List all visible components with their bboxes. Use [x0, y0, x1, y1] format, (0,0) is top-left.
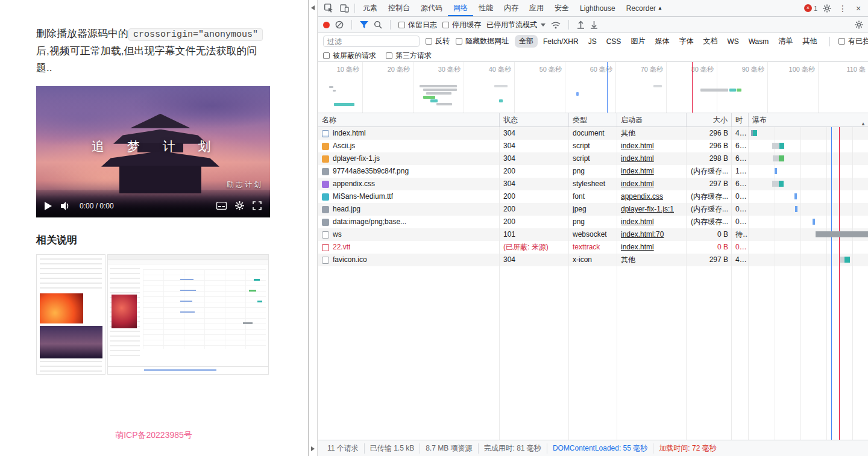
more-options-button[interactable]: ⋮ [837, 4, 849, 13]
devtools-settings-button[interactable] [821, 4, 833, 13]
tab-网络[interactable]: 网络 [448, 0, 473, 16]
cell-type: texttrack [569, 241, 617, 254]
initiator-link[interactable]: index.html [621, 154, 654, 163]
icp-footer-link[interactable]: 萌ICP备20223985号 [36, 430, 271, 441]
disable-cache-checkbox[interactable]: 停用缓存 [442, 20, 481, 30]
filter-chip-全部[interactable]: 全部 [515, 35, 538, 48]
filter-input[interactable] [323, 36, 420, 47]
tab-Lighthouse[interactable]: Lighthouse [574, 0, 621, 16]
header-name[interactable]: 名称 [318, 113, 500, 126]
filter-chip-Wasm[interactable]: Wasm [744, 36, 773, 47]
waterfall-gridline [852, 127, 853, 440]
cell-waterfall [749, 216, 868, 228]
table-row[interactable]: Ascii.js304scriptindex.html296 B6... [318, 140, 868, 152]
filter-chip-CSS[interactable]: CSS [602, 36, 626, 47]
table-row[interactable]: 22.vtt(已屏蔽: 来源)texttrackindex.html0 B0..… [318, 241, 868, 254]
third-party-checkbox[interactable]: 第三方请求 [386, 51, 432, 61]
cell-time: 待.. [732, 228, 749, 241]
initiator-link[interactable]: index.html:70 [621, 230, 664, 239]
table-row[interactable]: dplayer-fix-1.js304scriptindex.html298 B… [318, 152, 868, 165]
table-row[interactable]: MiSans-Medium.ttf200fontappendix.css(内存缓… [318, 190, 868, 203]
table-row[interactable]: index.html304document其他296 B4... [318, 127, 868, 140]
network-toolbar: 保留日志 停用缓存 已停用节流模式 [318, 17, 868, 33]
tab-应用[interactable]: 应用 [524, 0, 549, 16]
search-button[interactable] [374, 20, 382, 29]
cell-waterfall [749, 241, 868, 254]
error-badge[interactable]: × 1 [804, 4, 817, 12]
subtitles-button[interactable] [216, 202, 227, 210]
network-filterbar-2: 被屏蔽的请求 第三方请求 [318, 49, 868, 62]
tab-元素[interactable]: 元素 [357, 0, 383, 16]
filter-chip-媒体[interactable]: 媒体 [650, 35, 673, 48]
time-display: 0:00 / 0:00 [80, 202, 114, 210]
tab-控制台[interactable]: 控制台 [383, 0, 415, 16]
table-row[interactable]: 97744a8e35b9c84f.png200pngindex.html(内存缓… [318, 165, 868, 178]
initiator-link[interactable]: index.html [621, 142, 654, 150]
filter-chip-图片[interactable]: 图片 [626, 35, 649, 48]
table-row[interactable]: favicon.ico304x-icon其他297 B4... [318, 254, 868, 266]
filter-chip-字体[interactable]: 字体 [675, 35, 697, 48]
related-screenshot-2 [107, 254, 269, 375]
header-initiator[interactable]: 启动器 [617, 113, 687, 126]
overview-gridline [666, 62, 667, 113]
initiator-link[interactable]: index.html [621, 180, 654, 188]
inspect-button[interactable] [321, 1, 336, 16]
network-overview[interactable]: 10 毫秒20 毫秒30 毫秒40 毫秒50 毫秒60 毫秒70 毫秒80 毫秒… [318, 62, 868, 113]
filter-chip-文档[interactable]: 文档 [699, 35, 722, 48]
initiator-link[interactable]: appendix.css [621, 192, 663, 201]
tab-性能[interactable]: 性能 [473, 0, 498, 16]
overview-bar [420, 85, 457, 87]
header-status[interactable]: 状态 [500, 113, 569, 126]
header-size[interactable]: 大小 [687, 113, 732, 126]
table-row[interactable]: appendix.css304stylesheetindex.html297 B… [318, 178, 868, 190]
tab-Recorder[interactable]: Recorder▲ [621, 0, 668, 16]
settings-button[interactable] [235, 201, 244, 210]
fullscreen-button[interactable] [253, 201, 262, 210]
blocked-requests-checkbox[interactable]: 被屏蔽的请求 [323, 51, 376, 61]
device-toolbar-button[interactable] [336, 1, 352, 16]
initiator-link[interactable]: dplayer-fix-1.js:1 [621, 205, 674, 213]
header-time[interactable]: 时 [732, 113, 749, 126]
controls-bar: 0:00 / 0:00 [36, 195, 270, 217]
record-button[interactable] [323, 22, 330, 28]
filter-toggle-button[interactable] [360, 21, 368, 29]
header-type[interactable]: 类型 [569, 113, 617, 126]
table-row[interactable]: data:image/png;base...200pngindex.html(内… [318, 216, 868, 228]
waterfall-bar [816, 231, 868, 237]
filter-chip-其他[interactable]: 其他 [798, 35, 821, 48]
volume-button[interactable] [61, 202, 71, 210]
hide-data-urls-checkbox[interactable]: 隐藏数据网址 [456, 36, 509, 46]
column-border [748, 127, 749, 440]
cell-waterfall [749, 152, 868, 165]
filter-chip-清单[interactable]: 清单 [774, 35, 797, 48]
tab-源代码[interactable]: 源代码 [415, 0, 448, 16]
tab-内存[interactable]: 内存 [498, 0, 524, 16]
initiator-link[interactable]: index.html [621, 243, 654, 251]
close-devtools-button[interactable]: × [852, 4, 864, 13]
table-row[interactable]: ws101websocketindex.html:700 B待.. [318, 228, 868, 241]
play-button[interactable] [45, 202, 52, 210]
throttling-select[interactable]: 已停用节流模式 [486, 20, 546, 30]
header-waterfall[interactable]: 瀑布▲ [749, 113, 868, 126]
initiator-link[interactable]: index.html [621, 217, 654, 226]
invert-checkbox[interactable]: 反转 [426, 36, 450, 46]
filter-chip-Fetch/XHR[interactable]: Fetch/XHR [539, 36, 583, 47]
clear-button[interactable] [335, 20, 344, 29]
cell-waterfall [749, 178, 868, 190]
network-conditions-button[interactable] [551, 21, 561, 29]
splitter-strip[interactable] [309, 0, 318, 456]
import-har-button[interactable] [577, 20, 585, 29]
table-row[interactable]: head.jpg200jpegdplayer-fix-1.js:1(内存缓存..… [318, 203, 868, 216]
network-settings-button[interactable] [855, 20, 863, 29]
preserve-log-checkbox[interactable]: 保留日志 [398, 20, 437, 30]
initiator-link[interactable]: index.html [621, 167, 654, 175]
cell-status: 304 [500, 178, 569, 190]
overview-gridline [717, 62, 717, 113]
filter-chip-WS[interactable]: WS [723, 36, 743, 47]
image-file-icon [322, 219, 329, 226]
tab-安全[interactable]: 安全 [549, 0, 574, 16]
filter-chip-JS[interactable]: JS [584, 36, 601, 47]
video-player[interactable]: 追 梦 计 划 励志计划 0:00 / 0:00 [36, 86, 270, 217]
export-har-button[interactable] [590, 20, 598, 29]
blocked-cookies-checkbox[interactable]: 有已拦截的 Cookie [838, 36, 868, 46]
